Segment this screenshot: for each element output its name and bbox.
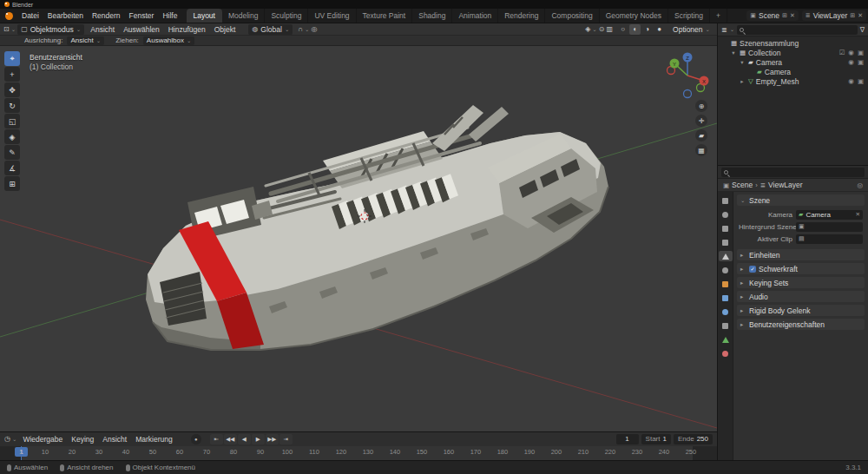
clear-icon[interactable]: ✕ [856, 211, 860, 218]
app-menu-button[interactable] [0, 9, 17, 23]
workspace-tab-animation[interactable]: Animation [452, 9, 498, 23]
prev-keyframe-button[interactable]: ◀◀ [224, 434, 237, 444]
tool-tab[interactable] [719, 195, 733, 206]
frame-end-field[interactable]: Ende 250 [674, 434, 713, 444]
physics-tab[interactable] [719, 306, 733, 317]
shading-rendered-icon[interactable]: ● [654, 24, 665, 35]
panel-szene[interactable]: ⌄ Szene [737, 194, 865, 206]
outliner-editor-icon[interactable]: ≣ [721, 26, 727, 34]
hintergrund-szene-input[interactable]: ▣ [796, 222, 863, 232]
drag-setting-dropdown[interactable]: Auswahlbox ⌄ [143, 36, 195, 45]
workspace-tab-geometry-nodes[interactable]: Geometry Nodes [600, 9, 668, 23]
workspace-tab-compositing[interactable]: Compositing [545, 9, 599, 23]
expander-icon[interactable]: ▸ [739, 78, 746, 85]
panel-einheiten[interactable]: ▸Einheiten [737, 249, 865, 260]
remove-viewlayer-icon[interactable]: ✕ [858, 12, 863, 19]
workspace-tab-layout[interactable]: Layout [187, 9, 222, 23]
spaceship-model[interactable] [146, 105, 608, 350]
outliner-row-camera[interactable]: ▰Camera [718, 67, 868, 76]
jump-end-button[interactable]: ⇥ [279, 434, 293, 444]
xray-toggle-icon[interactable]: ▥ [606, 25, 613, 33]
measure-tool[interactable]: ∡ [4, 161, 20, 175]
gizmo-negative-z[interactable] [684, 90, 692, 98]
workspace-tab-sculpting[interactable]: Sculpting [265, 9, 308, 23]
panel-schwerkraft[interactable]: ▸✓Schwerkraft [737, 263, 865, 274]
mode-selector[interactable]: ▢ Objektmodus ⌄ [17, 24, 84, 35]
properties-search-input[interactable] [721, 168, 865, 177]
output-tab[interactable] [719, 223, 733, 234]
timeline-menu-ansicht[interactable]: Ansicht [98, 435, 131, 444]
gizmo-toggle-icon[interactable]: ◈ [585, 25, 590, 33]
3d-viewport[interactable]: Benutzeransicht (1) Collection ⌖+✥↻◱◈✎∡⊞… [0, 46, 717, 431]
options-menu[interactable]: Optionen ⌄ [669, 24, 713, 35]
filter-icon[interactable]: ∇ [860, 26, 865, 34]
material-tab[interactable] [719, 348, 733, 359]
next-keyframe-button[interactable]: ▶▶ [266, 434, 279, 444]
frame-start-field[interactable]: Start 1 [641, 434, 671, 444]
expander-icon[interactable]: ▾ [739, 59, 746, 66]
viewlayer-selector[interactable]: ≣ ViewLayer ⊞ ✕ [802, 10, 866, 21]
annotate-tool[interactable]: ✎ [4, 145, 20, 160]
zoom-icon[interactable]: ⊕ [695, 100, 707, 112]
outliner-search-input[interactable] [737, 25, 857, 35]
shading-solid-icon[interactable]: ◐ [629, 24, 641, 35]
timeline-menu-wiedergabe[interactable]: Wiedergabe [18, 435, 67, 444]
topbar-menu-bearbeiten[interactable]: Bearbeiten [43, 9, 88, 23]
overlays-toggle-icon[interactable]: ⊙ [599, 25, 605, 33]
checkbox-toggle-icon[interactable]: ☑ [839, 49, 845, 56]
transform-tool[interactable]: ◈ [4, 129, 20, 144]
play-reverse-button[interactable]: ◀ [238, 434, 251, 444]
constraints-tab[interactable] [719, 320, 733, 331]
jump-start-button[interactable]: ⇤ [210, 434, 223, 444]
workspace-tab-uv-editing[interactable]: UV Editing [308, 9, 356, 23]
panel-audio[interactable]: ▸Audio [737, 291, 865, 302]
camera-view-icon[interactable]: ▰ [695, 129, 707, 142]
viewport-menu-hinzuf-gen[interactable]: Hinzufügen [164, 25, 210, 34]
modifiers-tab[interactable] [719, 293, 733, 303]
eye-toggle-icon[interactable]: ◉ [848, 77, 854, 85]
pan-icon[interactable]: ✛ [695, 115, 707, 127]
topbar-menu-rendern[interactable]: Rendern [88, 9, 125, 23]
scale-tool[interactable]: ◱ [4, 114, 20, 128]
transform-orientation-selector[interactable]: ◍ Global ⌄ [248, 24, 293, 35]
expander-icon[interactable]: ▾ [730, 49, 737, 56]
panel-benutzereigenschaften[interactable]: ▸Benutzereigenschaften [737, 319, 865, 330]
workspace-tab-add[interactable]: + [710, 9, 727, 23]
navigation-gizmo[interactable]: Z X Y [663, 49, 712, 100]
timeline-editor-icon[interactable]: ◷ [4, 435, 10, 443]
camera-toggle-icon[interactable]: ▣ [858, 58, 864, 66]
outliner-row-collection[interactable]: ▾▦Collection☑◉▣ [718, 48, 868, 57]
object-tab[interactable] [719, 279, 733, 289]
new-scene-icon[interactable]: ⊞ [782, 12, 787, 19]
outliner-row-empty-mesh[interactable]: ▸▽Empty_Mesh◉▣ [718, 76, 868, 86]
kamera-input[interactable]: ▰Camera✕ [796, 210, 863, 220]
topbar-menu-datei[interactable]: Datei [17, 9, 43, 23]
world-tab[interactable] [719, 265, 733, 275]
viewport-menu-objekt[interactable]: Objekt [210, 25, 240, 34]
breadcrumb-scene[interactable]: Scene [732, 181, 753, 189]
workspace-tab-modeling[interactable]: Modeling [222, 9, 266, 23]
scene-selector[interactable]: ▣ Scene ⊞ ✕ [746, 10, 798, 21]
workspace-tab-scripting[interactable]: Scripting [668, 9, 710, 23]
eye-toggle-icon[interactable]: ◉ [848, 49, 854, 56]
timeline-menu-markierung[interactable]: Markierung [131, 435, 177, 444]
scene-tab[interactable] [719, 251, 733, 261]
view-layer-tab[interactable] [719, 237, 733, 247]
eye-toggle-icon[interactable]: ◉ [848, 58, 854, 66]
select-box-tool[interactable]: ⌖ [4, 51, 20, 66]
timeline-ruler[interactable]: 1 11020304050607080901001101201301401501… [0, 446, 717, 460]
viewport-menu-ansicht[interactable]: Ansicht [86, 25, 119, 34]
outliner-row-szenensammlung[interactable]: ▦Szenensammlung [718, 38, 868, 48]
workspace-tab-shading[interactable]: Shading [412, 9, 452, 23]
shading-material-icon[interactable]: ◑ [641, 24, 653, 35]
snap-magnet-icon[interactable]: ∩ [298, 25, 303, 33]
add-cube-tool[interactable]: ⊞ [4, 176, 20, 191]
outliner-row-camera[interactable]: ▾▰Camera◉▣ [718, 57, 868, 67]
rotate-tool[interactable]: ↻ [4, 98, 20, 113]
aktiver-clip-input[interactable]: ▤ [796, 234, 863, 244]
panel-keying-sets[interactable]: ▸Keying Sets [737, 277, 865, 288]
timeline-menu-keying[interactable]: Keying [67, 435, 98, 444]
panel-rigid-body-gelenk[interactable]: ▸Rigid Body Gelenk [737, 305, 865, 316]
viewport-menu-ausw-hlen[interactable]: Auswählen [119, 25, 164, 34]
render-tab[interactable] [719, 209, 733, 220]
